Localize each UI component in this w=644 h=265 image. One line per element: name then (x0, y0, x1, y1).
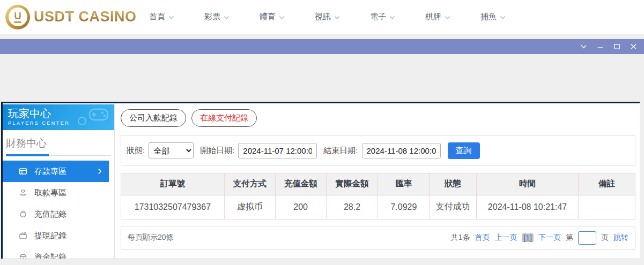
player-center-panel: 玩家中心 PLAYERS CENTER 財務中心 存款專區 (1, 102, 640, 259)
nav-item-lottery[interactable]: 彩票 (204, 12, 260, 22)
coin-letter: U (14, 11, 21, 21)
jump-suffix-label: 页 (601, 233, 609, 243)
deposit-icon (19, 167, 27, 176)
cell-remark (579, 195, 635, 219)
brand-name: USDT CASINO (34, 9, 137, 25)
col-remark: 備註 (579, 173, 635, 195)
sidebar-item-recharge-record[interactable]: 充值記錄 (3, 203, 109, 225)
col-recharge-amount: 充值金額 (275, 173, 326, 195)
sidebar-item-label: 存款專區 (34, 166, 66, 177)
total-count: 共1条 (451, 233, 470, 243)
col-payment-method: 支付方式 (224, 173, 275, 195)
cell-status: 支付成功 (430, 195, 476, 219)
nav-item-live[interactable]: 視訊 (315, 12, 370, 22)
cell-time: 2024-11-08 10:21:47 (476, 195, 579, 219)
filter-bar: 狀態: 全部 開始日期: 結束日期: 查詢 (121, 135, 635, 166)
col-time: 時間 (476, 173, 579, 195)
start-date-input[interactable] (238, 143, 317, 158)
col-status: 狀態 (430, 173, 476, 195)
record-tabs: 公司入款記錄 在線支付記錄 (121, 109, 635, 127)
search-button[interactable]: 查詢 (448, 142, 480, 159)
nav-item-slots[interactable]: 電子 (370, 12, 425, 22)
sidebar-header: 玩家中心 PLAYERS CENTER (3, 104, 114, 130)
col-exchange-rate: 匯率 (378, 173, 430, 195)
chevron-down-icon (500, 16, 506, 20)
funds-record-icon (19, 253, 27, 259)
nav-item-fishing[interactable]: 捕魚 (480, 12, 536, 22)
current-page-indicator[interactable]: [1] (522, 233, 534, 242)
page-jump-input[interactable] (578, 231, 596, 245)
cell-payment-method: 虚拟币 (224, 195, 275, 219)
status-select[interactable]: 全部 (149, 142, 194, 158)
chevron-down-icon (334, 16, 340, 20)
minimize-icon[interactable] (592, 39, 609, 54)
brand-logo: U USDT CASINO (5, 5, 140, 29)
sidebar: 玩家中心 PLAYERS CENTER 財務中心 存款專區 (3, 103, 115, 259)
chevron-down-icon (224, 16, 230, 20)
chevron-down-icon (445, 16, 450, 20)
chevron-down-icon (389, 16, 395, 20)
col-actual-amount: 實際金額 (326, 173, 378, 195)
jump-button[interactable]: 跳转 (613, 233, 628, 243)
tab-company-deposit-record[interactable]: 公司入款記錄 (121, 109, 186, 127)
window-title-bar (0, 39, 644, 54)
maximize-icon[interactable] (609, 39, 625, 54)
sidebar-item-label: 提現記錄 (34, 231, 66, 241)
site-header: U USDT CASINO 首頁 彩票 體育 視訊 電子 棋牌 (0, 0, 644, 34)
chevron-right-icon (98, 168, 102, 175)
cell-actual-amount: 28.2 (326, 195, 378, 219)
end-date-label: 結束日期: (323, 146, 358, 156)
sidebar-item-label: 資金記錄 (34, 252, 66, 259)
cell-exchange-rate: 7.0929 (378, 195, 430, 219)
chevron-down-icon[interactable] (575, 39, 592, 54)
sidebar-item-deposit[interactable]: 存款專區 (3, 161, 109, 182)
jump-prefix-label: 第 (566, 233, 573, 243)
main-content: 公司入款記錄 在線支付記錄 狀態: 全部 開始日期: 結束日期: 查詢 訂單號 … (115, 103, 640, 259)
nav-item-cards[interactable]: 棋牌 (425, 12, 480, 22)
sidebar-menu: 存款專區 取款專區 充值記錄 提現記 (3, 161, 114, 259)
table-row: 1731032507479367 虚拟币 200 28.2 7.0929 支付成… (121, 195, 635, 219)
pagination-controls: 共1条 首页 上一页 [1] 下一页 第 页 跳转 (451, 231, 628, 245)
next-page-link[interactable]: 下一页 (538, 233, 561, 243)
withdraw-icon (19, 188, 27, 197)
cell-order-no: 1731032507479367 (121, 195, 225, 219)
start-date-label: 開始日期: (200, 146, 234, 156)
withdrawal-record-icon (19, 231, 27, 240)
section-divider (6, 155, 111, 156)
sidebar-item-withdraw[interactable]: 取款專區 (3, 182, 109, 203)
first-page-link[interactable]: 首页 (475, 233, 490, 243)
usdt-coin-icon: U (5, 5, 30, 29)
recharge-record-icon (19, 210, 27, 218)
table-header-row: 訂單號 支付方式 充值金額 實際金額 匯率 狀態 時間 備註 (121, 173, 635, 195)
col-order-no: 訂單號 (121, 173, 225, 195)
section-title: 財務中心 (6, 137, 111, 150)
close-icon[interactable] (625, 39, 642, 54)
prev-page-link[interactable]: 上一页 (494, 233, 517, 243)
gamepad-icon (76, 107, 110, 126)
sidebar-section: 財務中心 (3, 130, 114, 156)
sidebar-item-funds-record[interactable]: 資金記錄 (3, 246, 109, 259)
nav-item-home[interactable]: 首頁 (149, 12, 204, 22)
page-size-text: 每頁顯示20條 (128, 233, 174, 243)
chevron-down-icon (279, 16, 285, 20)
nav-item-sports[interactable]: 體育 (260, 12, 315, 22)
sidebar-item-label: 取款專區 (34, 188, 66, 198)
sidebar-item-withdrawal-record[interactable]: 提現記錄 (3, 225, 109, 246)
records-table: 訂單號 支付方式 充值金額 實際金額 匯率 狀態 時間 備註 173103250… (121, 173, 635, 219)
end-date-input[interactable] (362, 143, 441, 158)
pagination-bar: 每頁顯示20條 共1条 首页 上一页 [1] 下一页 第 页 跳转 (121, 226, 635, 250)
status-label: 狀態: (127, 146, 145, 156)
main-nav: 首頁 彩票 體育 視訊 電子 棋牌 捕魚 (149, 12, 536, 22)
tab-online-payment-record[interactable]: 在線支付記錄 (191, 109, 257, 127)
sidebar-item-label: 充值記錄 (34, 209, 66, 219)
chevron-down-icon (168, 16, 174, 20)
cell-recharge-amount: 200 (275, 195, 326, 219)
